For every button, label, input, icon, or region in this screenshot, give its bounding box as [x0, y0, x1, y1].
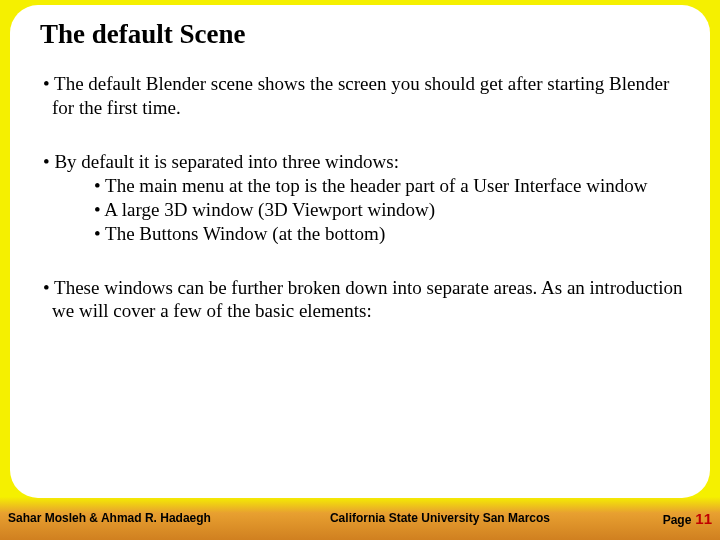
- sub-bullet-list: • The main menu at the top is the header…: [94, 174, 686, 245]
- sub-bullet-text: The Buttons Window (at the bottom): [105, 223, 385, 244]
- bullet-line: • By default it is separated into three …: [34, 150, 686, 174]
- bullet-item: • By default it is separated into three …: [34, 150, 686, 246]
- footer-institution: California State University San Marcos: [238, 511, 642, 525]
- page-label: Page: [663, 513, 692, 527]
- sub-bullet-item: • The main menu at the top is the header…: [94, 174, 686, 198]
- slide-content: • The default Blender scene shows the sc…: [34, 72, 686, 323]
- sub-bullet-text: The main menu at the top is the header p…: [105, 175, 647, 196]
- slide-title: The default Scene: [40, 19, 686, 50]
- sub-bullet-item: • A large 3D window (3D Viewport window): [94, 198, 686, 222]
- footer-page: Page 11: [642, 510, 712, 527]
- sub-bullet-text: A large 3D window (3D Viewport window): [104, 199, 435, 220]
- sub-bullet-item: • The Buttons Window (at the bottom): [94, 222, 686, 246]
- bullet-text: By default it is separated into three wi…: [54, 151, 399, 172]
- bullet-text: These windows can be further broken down…: [52, 277, 682, 322]
- bullet-item: • The default Blender scene shows the sc…: [34, 72, 686, 120]
- bullet-text: The default Blender scene shows the scre…: [52, 73, 669, 118]
- slide-footer: Sahar Mosleh & Ahmad R. Hadaegh Californ…: [0, 504, 720, 532]
- page-number: 11: [695, 510, 712, 527]
- slide-card: The default Scene • The default Blender …: [10, 5, 710, 498]
- bullet-item: • These windows can be further broken do…: [34, 276, 686, 324]
- footer-authors: Sahar Mosleh & Ahmad R. Hadaegh: [8, 511, 238, 525]
